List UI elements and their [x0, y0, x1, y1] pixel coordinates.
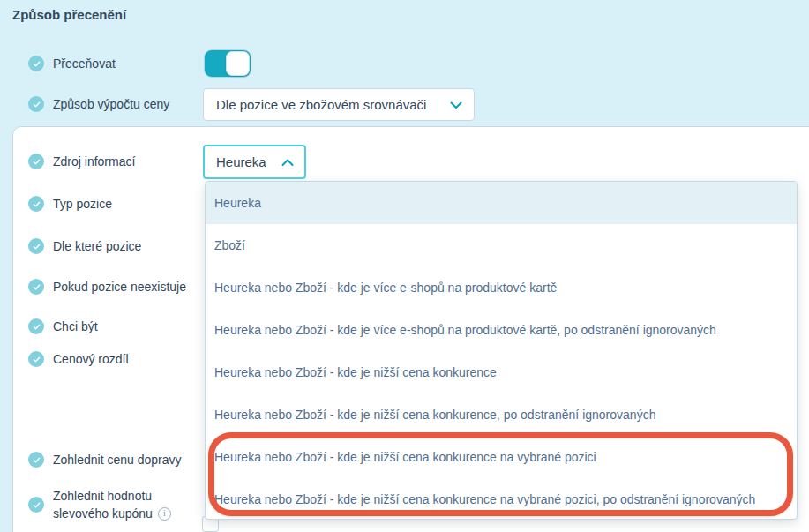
check-circle-icon	[28, 351, 44, 367]
information-source-option-list: Heureka Zboží Heureka nebo Zboží - kde j…	[205, 181, 798, 520]
check-circle-icon	[28, 452, 44, 468]
row-zohlednit-hodnotu-kuponu: Zohlednit hodnotu slevového kupónu i	[28, 488, 171, 521]
option-nizsi-cena[interactable]: Heureka nebo Zboží - kde je nižší cena k…	[206, 351, 797, 393]
check-circle-icon	[28, 154, 44, 169]
cenovy-rozdil-label: Cenový rozdíl	[53, 352, 129, 366]
typ-pozice-label: Typ pozice	[53, 197, 112, 211]
row-zpusob-vypoctu: Způsob výpočtu ceny	[28, 96, 169, 112]
row-typ-pozice: Typ pozice	[28, 196, 112, 212]
zpusob-vypoctu-label: Způsob výpočtu ceny	[53, 97, 169, 111]
option-vice-eshopu[interactable]: Heureka nebo Zboží - kde je více e-shopů…	[206, 266, 797, 309]
check-circle-icon	[28, 196, 44, 212]
option-nizsi-cena-vybrana-pozice-bez-ignorovanych[interactable]: Heureka nebo Zboží - kde je nižší cena k…	[206, 478, 797, 520]
row-pokud-pozice-neexistuje: Pokud pozice neexistuje	[28, 279, 186, 295]
zohlednit-hodnotu-label-line2: slevového kupónu	[53, 506, 153, 521]
row-cenovy-rozdil: Cenový rozdíl	[28, 351, 129, 367]
check-circle-icon	[28, 96, 44, 112]
price-calculation-select[interactable]: Dle pozice ve zbožovém srovnávači	[203, 88, 475, 121]
check-circle-icon	[28, 238, 44, 254]
row-zohlednit-cenu-dopravy: Zohlednit cenu dopravy	[28, 452, 182, 468]
check-circle-icon	[28, 497, 44, 513]
dle-ktere-pozice-label: Dle které pozice	[53, 239, 141, 253]
information-source-select-value: Heureka	[216, 154, 266, 169]
page-title: Způsob přecenění	[12, 7, 126, 22]
zohlednit-hodnotu-label-line1: Zohlednit hodnotu	[53, 488, 171, 504]
check-circle-icon	[28, 279, 44, 295]
option-nizsi-cena-vybrana-pozice[interactable]: Heureka nebo Zboží - kde je nižší cena k…	[206, 436, 797, 478]
info-icon[interactable]: i	[158, 507, 171, 521]
row-precenovat: Přeceňovat	[28, 56, 116, 71]
chevron-up-icon	[281, 154, 294, 169]
precenovat-toggle[interactable]	[205, 50, 251, 77]
option-zbozi[interactable]: Zboží	[206, 224, 797, 266]
check-circle-icon	[28, 318, 44, 334]
row-zdroj-informaci: Zdroj informací	[28, 154, 135, 169]
price-calculation-select-value: Dle pozice ve zbožovém srovnávači	[216, 97, 426, 112]
chci-byt-label: Chci být	[53, 319, 98, 333]
pokud-pozice-neexistuje-label: Pokud pozice neexistuje	[53, 280, 186, 294]
toggle-knob	[226, 51, 250, 76]
zdroj-informaci-label: Zdroj informací	[53, 154, 135, 169]
zohlednit-cenu-dopravy-label: Zohlednit cenu dopravy	[53, 453, 182, 467]
precenovat-label: Přeceňovat	[53, 56, 116, 71]
option-vice-eshopu-bez-ignorovanych[interactable]: Heureka nebo Zboží - kde je více e-shopů…	[206, 309, 797, 351]
check-circle-icon	[28, 56, 44, 71]
row-dle-ktere-pozice: Dle které pozice	[28, 238, 141, 254]
row-chci-byt: Chci být	[28, 318, 98, 334]
information-source-select[interactable]: Heureka	[203, 145, 306, 179]
option-nizsi-cena-bez-ignorovanych[interactable]: Heureka nebo Zboží - kde je nižší cena k…	[206, 393, 797, 436]
option-heureka[interactable]: Heureka	[206, 182, 797, 224]
chevron-down-icon	[450, 97, 462, 112]
